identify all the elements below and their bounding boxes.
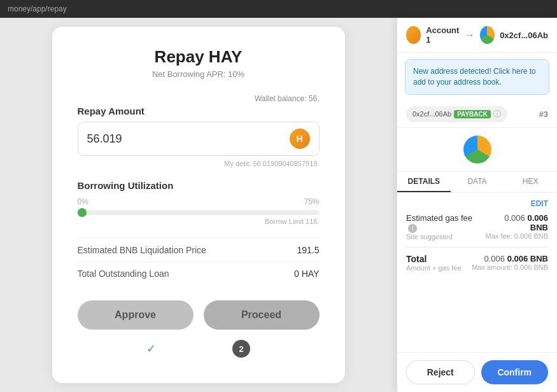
progress-bar-bg bbox=[78, 210, 320, 215]
util-zero: 0% bbox=[78, 197, 88, 206]
borrow-limit: Borrow Limit 116. bbox=[78, 218, 320, 225]
tab-details[interactable]: DETAILS bbox=[397, 172, 451, 192]
arrow-right-icon: → bbox=[465, 29, 475, 41]
progress-dot bbox=[78, 208, 87, 217]
browser-url: money/app/repay bbox=[8, 4, 67, 13]
edit-link[interactable]: EDIT bbox=[406, 199, 548, 208]
liquidation-label: Estimated BNB Liquidation Price bbox=[78, 245, 206, 255]
main-area: Repay HAY Net Borrowing APR: 10% Wallet … bbox=[0, 18, 557, 392]
wallet-actions: Reject Confirm bbox=[397, 352, 557, 392]
wallet-header: Account 1 → 0x2cf...06Ab bbox=[397, 18, 557, 53]
progress-bar-fill bbox=[78, 210, 83, 215]
gas-fee-values: 0.006 0.006 BNB Max fee: 0.006 BNB bbox=[484, 213, 548, 240]
buttons-row: Approve Proceed bbox=[78, 300, 320, 330]
gas-fee-label: Estimated gas fee i bbox=[406, 213, 484, 233]
repay-title: Repay HAY bbox=[78, 47, 320, 67]
repay-panel: Repay HAY Net Borrowing APR: 10% Wallet … bbox=[0, 18, 397, 392]
proceed-button[interactable]: Proceed bbox=[204, 300, 320, 330]
address-tag-row: 0x2cf...06Ab PAYBACK ⓘ #3 bbox=[397, 101, 557, 128]
reject-button[interactable]: Reject bbox=[406, 360, 475, 384]
wallet-popup: Account 1 → 0x2cf...06Ab New address det… bbox=[397, 18, 557, 392]
new-address-banner[interactable]: New address detected! Click here to add … bbox=[405, 59, 549, 95]
outstanding-row: Total Outstanding Loan 0 HAY bbox=[78, 262, 320, 285]
step-2-circle: 2 bbox=[232, 340, 250, 358]
address-tag-text: 0x2cf...06Ab bbox=[412, 110, 451, 118]
approve-button[interactable]: Approve bbox=[78, 300, 194, 330]
wallet-balance: Wallet balance: 56. bbox=[78, 94, 320, 103]
outstanding-value: 0 HAY bbox=[294, 269, 319, 279]
confirm-button[interactable]: Confirm bbox=[481, 360, 549, 384]
gas-fee-left: Estimated gas fee i Site suggested bbox=[406, 213, 484, 241]
account-name: Account 1 bbox=[426, 25, 459, 45]
total-values: 0.006 0.006 BNB Max amount: 0.006 BNB bbox=[472, 254, 548, 271]
amount-input-wrapper: H bbox=[78, 122, 320, 156]
util-row: 0% 75% bbox=[78, 197, 320, 206]
wallet-icon-area bbox=[397, 128, 557, 172]
total-label: Total bbox=[406, 254, 462, 264]
steps-row: ✓ 2 bbox=[78, 340, 320, 358]
address-tag: 0x2cf...06Ab PAYBACK ⓘ bbox=[406, 106, 507, 122]
tab-hex[interactable]: HEX bbox=[504, 172, 557, 192]
hay-token-icon: H bbox=[290, 129, 310, 149]
total-row: Total Amount + gas fee 0.006 0.006 BNB M… bbox=[406, 254, 548, 272]
tab-data[interactable]: DATA bbox=[451, 172, 504, 192]
repay-card: Repay HAY Net Borrowing APR: 10% Wallet … bbox=[52, 27, 345, 383]
my-debt: My debt: 56.01909040857919. bbox=[78, 160, 320, 167]
total-left: Total Amount + gas fee bbox=[406, 254, 462, 272]
outstanding-label: Total Outstanding Loan bbox=[78, 269, 169, 279]
max-amount: Max amount: 0.006 BNB bbox=[472, 263, 548, 271]
divider bbox=[406, 247, 548, 248]
wallet-token-icon bbox=[463, 136, 491, 164]
wallet-tabs: DETAILS DATA HEX bbox=[397, 172, 557, 193]
browser-bar: money/app/repay bbox=[0, 0, 557, 18]
repay-amount-label: Repay Amount bbox=[78, 106, 320, 116]
repay-subtitle: Net Borrowing APR: 10% bbox=[78, 69, 320, 79]
max-fee: Max fee: 0.006 BNB bbox=[484, 232, 548, 240]
info-dot-icon[interactable]: ⓘ bbox=[493, 109, 501, 120]
account-avatar bbox=[406, 26, 421, 44]
gas-fee-value: 0.006 0.006 BNB bbox=[484, 213, 548, 232]
site-suggested: Site suggested bbox=[406, 233, 484, 241]
total-sub: Amount + gas fee bbox=[406, 264, 462, 272]
address-short: 0x2cf...06Ab bbox=[500, 31, 548, 40]
step-check-icon: ✓ bbox=[146, 342, 156, 356]
payback-badge: PAYBACK bbox=[454, 110, 491, 118]
tx-number: #3 bbox=[539, 109, 548, 119]
liquidation-row: Estimated BNB Liquidation Price 191.5 bbox=[78, 238, 320, 262]
amount-input[interactable] bbox=[87, 132, 290, 146]
gas-fee-row: Estimated gas fee i Site suggested 0.006… bbox=[406, 213, 548, 241]
util-75: 75% bbox=[304, 197, 319, 206]
liquidation-value: 191.5 bbox=[297, 245, 319, 255]
borrow-util-label: Borrowing Utilization bbox=[78, 180, 320, 191]
total-value: 0.006 0.006 BNB bbox=[472, 254, 548, 263]
wallet-content: EDIT Estimated gas fee i Site suggested … bbox=[397, 193, 557, 352]
gas-info-icon[interactable]: i bbox=[408, 224, 417, 233]
network-avatar bbox=[480, 26, 495, 44]
